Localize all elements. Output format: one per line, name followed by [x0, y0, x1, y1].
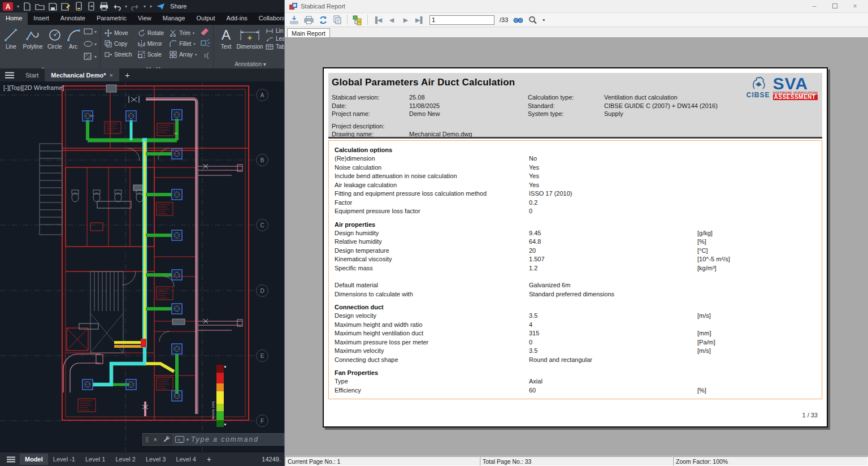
meta-value: CIBSE GUIDE C (2007) + DW144 (2016) [604, 102, 822, 110]
command-grip-icon[interactable]: ⣿ [143, 437, 151, 442]
undo-icon[interactable] [112, 3, 121, 10]
save-icon[interactable] [49, 2, 57, 11]
tab-drawing[interactable]: Mechanical Demo*× [45, 68, 119, 81]
command-line[interactable]: ⣿ × >_ ▾ Type a command [142, 433, 284, 446]
layout-tab-model[interactable]: Model [20, 454, 48, 465]
ellipse-tool-icon[interactable]: ▾ [84, 40, 97, 50]
copy-icon[interactable] [333, 15, 342, 24]
maximize-button[interactable] [826, 2, 843, 10]
save-as-icon[interactable] [61, 2, 71, 11]
erase-icon[interactable] [199, 27, 211, 37]
parameter-row: Kinematical viscosity1.507[10^-5 m²/s] [329, 255, 822, 264]
layout-menu-icon[interactable] [3, 456, 19, 463]
layout-tab-level-1[interactable]: Level -1 [48, 454, 80, 465]
ribbon-tab-parametric[interactable]: Parametric [91, 12, 132, 25]
parameter-row: (Re)dimensionNo [329, 154, 822, 163]
rectangle-tool-icon[interactable]: ▾ [84, 27, 97, 37]
modify-fillet-button[interactable]: Fillet ▾ [170, 40, 197, 48]
close-tab-icon[interactable]: × [109, 72, 112, 79]
command-caret-icon[interactable]: ▾ [186, 437, 189, 442]
ribbon-tab-manage[interactable]: Manage [157, 12, 191, 25]
modify-array-button[interactable]: Array ▾ [170, 51, 197, 58]
ribbon-tab-insert[interactable]: Insert [28, 12, 55, 25]
page-number-input[interactable] [429, 15, 494, 25]
previous-page-button[interactable]: ◀ [387, 16, 396, 24]
file-tabs-menu-icon[interactable] [0, 68, 19, 81]
ribbon-tab-annotate[interactable]: Annotate [55, 12, 91, 25]
linear-dimension-button[interactable]: Lin [266, 28, 284, 34]
modify-scale-button[interactable]: Scale [138, 51, 164, 58]
first-page-button[interactable]: ▐◀ [373, 16, 382, 24]
plot-icon[interactable] [75, 2, 83, 11]
minimize-button[interactable]: – [806, 2, 823, 10]
explode-icon[interactable] [199, 39, 211, 49]
tab-start[interactable]: Start [19, 68, 45, 81]
refresh-icon[interactable] [319, 16, 328, 24]
parameter-value: 60 [529, 387, 536, 394]
ribbon-tab-output[interactable]: Output [191, 12, 221, 25]
ribbon-tab-view[interactable]: View [132, 12, 157, 25]
share-icon[interactable] [156, 3, 165, 10]
print-icon[interactable] [99, 2, 108, 11]
modify-rotate-button[interactable]: Rotate [138, 29, 164, 37]
zoom-icon[interactable] [528, 16, 537, 24]
new-file-icon[interactable] [23, 2, 31, 11]
modify-stretch-button[interactable]: Stretch [105, 51, 132, 58]
arc-button[interactable]: Arc [65, 26, 81, 67]
layout-tab-level-2[interactable]: Level 2 [110, 454, 140, 465]
tab-main-report[interactable]: Main Report [287, 28, 330, 37]
array-caret-icon[interactable]: ▾ [195, 53, 197, 57]
next-page-button[interactable]: ▶ [401, 16, 410, 24]
dimension-button[interactable]: Dimension [235, 26, 264, 61]
zoom-caret-icon[interactable]: ▾ [542, 18, 545, 23]
command-close-icon[interactable]: × [151, 436, 160, 443]
layout-tab-level-4[interactable]: Level 4 [171, 454, 201, 465]
modify-mirror-button[interactable]: Mirror [138, 40, 164, 48]
line-button[interactable]: Line [2, 26, 20, 67]
new-drawing-tab-icon[interactable]: + [119, 68, 136, 81]
undo-caret-icon[interactable]: ▾ [125, 4, 127, 9]
redo-icon[interactable] [131, 3, 140, 10]
drawing-canvas[interactable]: [-][Top][2D Wireframe] ABCDEF [0, 81, 284, 452]
circle-button[interactable]: Circle [45, 26, 64, 67]
fillet-caret-icon[interactable]: ▾ [193, 42, 196, 46]
ribbon-tab-add-ins[interactable]: Add-ins [221, 12, 253, 25]
modify-move-button[interactable]: Move [105, 29, 132, 37]
report-viewer[interactable]: Global Parameters Air Duct Calculation S… [285, 38, 868, 456]
polyline-icon [25, 28, 40, 42]
coordinate-readout: 14249. [262, 456, 281, 463]
ribbon-tab-collaborate[interactable]: Collaborate [253, 12, 284, 25]
table-button[interactable]: Tab [266, 44, 284, 50]
share-label[interactable]: Share [170, 3, 186, 10]
polyline-button[interactable]: Polyline [21, 26, 45, 67]
qat-customize-icon[interactable]: ▾ [150, 4, 152, 9]
redo-caret-icon[interactable]: ▾ [144, 4, 146, 9]
toggle-group-tree-icon[interactable] [353, 15, 362, 25]
logo-caret-icon[interactable]: ▾ [17, 4, 19, 9]
leader-button[interactable]: Lea [266, 36, 284, 42]
modify-trim-button[interactable]: Trim ▾ [170, 29, 197, 37]
autocad-logo-icon[interactable]: A [3, 2, 13, 11]
offset-icon[interactable] [199, 51, 211, 62]
command-wrench-icon[interactable] [160, 435, 172, 443]
hatch-tool-icon[interactable]: ▾ [84, 52, 97, 62]
command-input[interactable]: >_ ▾ Type a command [172, 434, 284, 445]
report-window-title: Stabicad Report [301, 3, 802, 10]
layout-tab-level-3[interactable]: Level 3 [141, 454, 171, 465]
find-icon[interactable] [513, 16, 523, 24]
publish-icon[interactable] [87, 2, 96, 11]
text-button[interactable]: A Text [218, 26, 234, 61]
modify-copy-button[interactable]: Copy [105, 40, 132, 48]
ribbon-tab-home[interactable]: Home [0, 12, 28, 25]
layout-tab-level-1[interactable]: Level 1 [80, 454, 110, 465]
open-folder-icon[interactable] [35, 2, 45, 11]
annotation-panel-title[interactable]: Annotation ▾ [214, 61, 284, 68]
report-title-bar[interactable]: Stabicad Report – × [285, 0, 868, 12]
viewport-label[interactable]: [-][Top][2D Wireframe] [3, 84, 64, 91]
export-report-icon[interactable] [289, 15, 299, 24]
new-layout-icon[interactable]: + [202, 455, 216, 464]
last-page-button[interactable]: ▶▌ [415, 16, 424, 24]
close-button[interactable]: × [847, 2, 863, 10]
trim-caret-icon[interactable]: ▾ [193, 31, 195, 36]
print-report-icon[interactable] [304, 16, 314, 24]
